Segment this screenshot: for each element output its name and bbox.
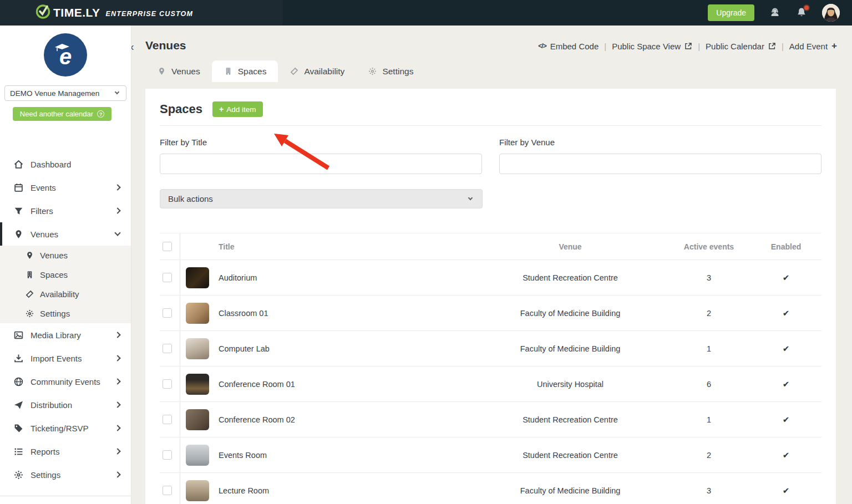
graduation-cap-icon [53, 42, 72, 52]
row-checkbox[interactable] [163, 486, 172, 495]
enabled-check-icon: ✔ [783, 344, 790, 354]
venues-tabs: Venues Spaces Availability Settings [131, 60, 852, 82]
calendar-select[interactable]: DEMO Venue Managemen [4, 85, 126, 101]
notification-badge [803, 4, 810, 11]
row-checkbox[interactable] [163, 379, 172, 389]
tab-spaces[interactable]: Spaces [212, 60, 278, 82]
spaces-heading: Spaces [160, 102, 202, 116]
public-calendar-link[interactable]: Public Calendar [706, 42, 776, 51]
table-row[interactable]: Conference Room 01 University Hospital 6… [160, 366, 821, 401]
support-icon[interactable] [769, 7, 781, 19]
row-checkbox[interactable] [163, 344, 172, 353]
table-row[interactable]: Auditorium Student Recreation Centre 3 ✔ [160, 259, 821, 295]
need-another-calendar-button[interactable]: Need another calendar ? [13, 107, 111, 121]
gears-icon [368, 67, 377, 76]
topbar: TIME.LY ENTERPRISE CUSTOM Upgrade [0, 0, 852, 26]
table-row[interactable]: Conference Room 02 Student Recreation Ce… [160, 401, 821, 437]
home-icon [14, 160, 23, 169]
space-thumbnail[interactable] [186, 303, 209, 324]
table-row[interactable]: Classroom 01 Faculty of Medicine Buildin… [160, 295, 821, 330]
sidebar-item-venues[interactable]: Venues [0, 222, 131, 246]
add-event-link[interactable]: Add Event + [789, 40, 837, 52]
notifications-bell-icon[interactable] [795, 7, 808, 19]
brand-suffix: ENTERPRISE CUSTOM [105, 10, 193, 18]
chevron-right-icon [114, 425, 120, 431]
sidebar-item-dashboard[interactable]: Dashboard [0, 152, 131, 176]
tab-settings[interactable]: Settings [356, 60, 425, 82]
sidebar-subitem-spaces[interactable]: Spaces [0, 265, 131, 284]
table-row[interactable]: Computer Lab Faculty of Medicine Buildin… [160, 330, 821, 366]
enabled-check-icon: ✔ [783, 308, 790, 318]
chevron-right-icon [114, 378, 120, 384]
image-icon [14, 330, 23, 340]
row-checkbox[interactable] [163, 273, 172, 282]
table-header: Title Venue Active events Enabled [160, 233, 821, 259]
space-thumbnail[interactable] [186, 445, 209, 466]
spaces-panel: Spaces + Add item Filter by Title Filter… [145, 89, 836, 504]
sidebar-item-community-events[interactable]: Community Events [0, 370, 131, 393]
sidebar-item-ticketing-rsvp[interactable]: Ticketing/RSVP [0, 416, 131, 440]
tag-icon [14, 424, 23, 433]
table-row[interactable]: Events Room Student Recreation Centre 2 … [160, 437, 821, 472]
sidebar-item-reports[interactable]: Reports [0, 440, 131, 463]
list-icon [14, 447, 23, 456]
add-item-button[interactable]: + Add item [212, 101, 262, 117]
select-all-checkbox[interactable] [163, 242, 172, 251]
help-icon: ? [97, 110, 104, 118]
filter-by-title-input[interactable] [160, 154, 482, 174]
calendar-logo: e [44, 33, 87, 77]
sidebar-item-media-library[interactable]: Media Library [0, 323, 131, 347]
code-icon: </> [538, 42, 546, 50]
chevron-right-icon [114, 448, 120, 454]
ticket-icon [26, 290, 34, 298]
download-icon [14, 354, 23, 363]
sidebar: e DEMO Venue Managemen Need another cale… [0, 26, 131, 504]
user-avatar[interactable] [822, 4, 840, 22]
column-header-enabled: Enabled [771, 242, 801, 251]
tab-availability[interactable]: Availability [278, 60, 356, 82]
bulk-actions-select[interactable]: Bulk actions [160, 189, 483, 208]
spaces-table: Title Venue Active events Enabled Audito… [160, 233, 821, 504]
space-thumbnail[interactable] [186, 338, 209, 359]
sidebar-subitem-availability[interactable]: Availability [0, 284, 131, 304]
sidebar-item-settings[interactable]: Settings [0, 463, 131, 486]
enabled-check-icon: ✔ [783, 379, 790, 389]
map-pin-icon [14, 230, 23, 239]
row-checkbox[interactable] [163, 308, 172, 318]
sidebar-item-distribution[interactable]: Distribution [0, 393, 131, 416]
sidebar-subitem-settings[interactable]: Settings [0, 304, 131, 323]
header-links: </> Embed Code | Public Space View | Pub… [538, 40, 837, 52]
upgrade-button[interactable]: Upgrade [708, 4, 754, 21]
chevron-down-icon [468, 195, 472, 200]
map-pin-icon [157, 67, 166, 76]
sidebar-item-events[interactable]: Events [0, 176, 131, 199]
filter-by-venue-label: Filter by Venue [499, 138, 821, 147]
enabled-check-icon: ✔ [783, 486, 790, 496]
chevron-right-icon [114, 401, 120, 408]
paper-plane-icon [14, 400, 23, 410]
chevron-down-icon [114, 230, 120, 236]
row-checkbox[interactable] [163, 415, 172, 424]
sidebar-subitem-venues[interactable]: Venues [0, 246, 131, 265]
sidebar-collapse-icon[interactable]: ‹ [130, 42, 140, 52]
public-space-view-link[interactable]: Public Space View [612, 42, 692, 51]
row-checkbox[interactable] [163, 450, 172, 460]
gears-icon [26, 309, 34, 318]
embed-code-link[interactable]: </> Embed Code [538, 42, 599, 51]
building-icon [224, 67, 233, 76]
divider [160, 125, 821, 126]
plus-icon: + [219, 105, 224, 114]
space-thumbnail[interactable] [186, 480, 209, 501]
sidebar-item-filters[interactable]: Filters [0, 199, 131, 222]
gears-icon [14, 470, 23, 480]
table-row[interactable]: Lecture Room Faculty of Medicine Buildin… [160, 472, 821, 504]
space-thumbnail[interactable] [186, 267, 209, 288]
column-header-active-events: Active events [684, 242, 734, 251]
main-content: ‹ Venues </> Embed Code | Public Space V… [131, 26, 852, 504]
sidebar-item-import-events[interactable]: Import Events [0, 347, 131, 370]
space-thumbnail[interactable] [186, 374, 209, 395]
space-thumbnail[interactable] [186, 409, 209, 430]
tab-venues[interactable]: Venues [145, 60, 212, 82]
chevron-down-icon [115, 90, 119, 94]
filter-by-venue-input[interactable] [499, 154, 821, 174]
